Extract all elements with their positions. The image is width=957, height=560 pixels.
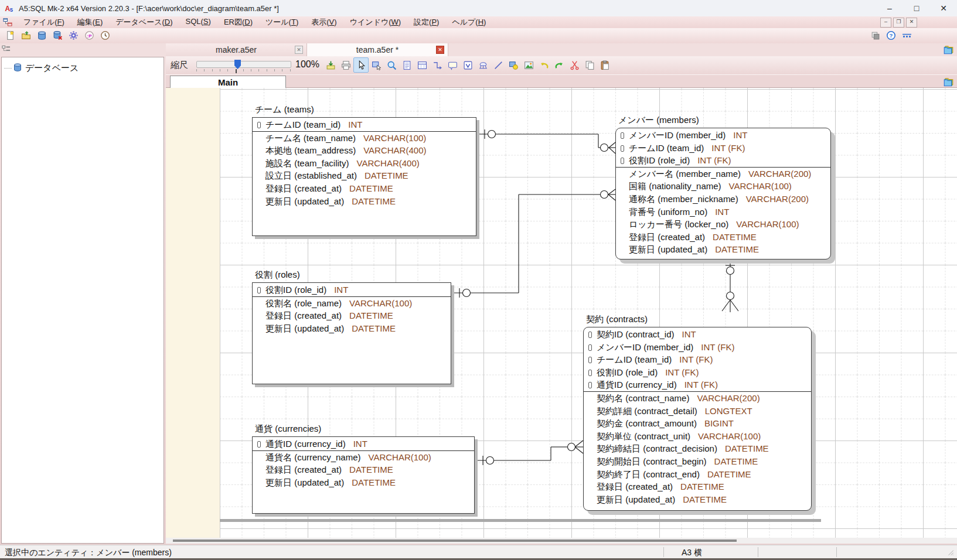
shape-icon[interactable]	[506, 57, 521, 73]
menu-item-10[interactable]: ヘルプ(H)	[445, 17, 492, 28]
field-row[interactable]: 背番号 (uniform_no)INT	[616, 206, 830, 218]
more-icon[interactable]	[900, 29, 914, 42]
field-row[interactable]: 登録日 (created_at)DATETIME	[253, 182, 476, 195]
mdi-minimize-button[interactable]: –	[880, 18, 891, 28]
folder-stack-icon[interactable]	[943, 77, 953, 87]
hub-icon[interactable]	[475, 57, 491, 73]
field-row[interactable]: 契約名 (contract_name)VARCHAR(200)	[584, 392, 811, 405]
field-row[interactable]: メンバー名 (member_name)VARCHAR(200)	[616, 168, 830, 180]
print-icon[interactable]	[338, 57, 353, 73]
entity-contracts[interactable]: 契約 (contracts)契約ID (contract_id)INTメンバーI…	[583, 327, 812, 511]
document-tab-1[interactable]: maker.a5er✕	[166, 43, 307, 56]
pk-field-row[interactable]: チームID (team_id)INT (FK)	[584, 353, 811, 366]
redo-icon[interactable]	[551, 57, 567, 73]
note-icon[interactable]	[445, 57, 460, 73]
close-button[interactable]: ✕	[930, 0, 957, 16]
field-row[interactable]: 更新日 (updated_at)DATETIME	[253, 195, 476, 208]
settings-icon[interactable]	[66, 29, 81, 42]
entity-roles[interactable]: 役割 (roles)役割ID (role_id)INT役割名 (role_nam…	[252, 282, 451, 384]
field-row[interactable]: 登録日 (created_at)DATETIME	[253, 309, 451, 322]
document-tab-2[interactable]: team.a5er *✕	[307, 43, 448, 56]
field-row[interactable]: 契約単位 (contract_unit)VARCHAR(100)	[584, 430, 811, 443]
minimize-button[interactable]: –	[876, 0, 903, 16]
field-row[interactable]: 更新日 (updated_at)DATETIME	[253, 322, 451, 335]
menu-item-1[interactable]: ファイル(F)	[17, 17, 71, 28]
menu-item-9[interactable]: 設定(P)	[407, 17, 445, 28]
paste-icon[interactable]	[597, 57, 612, 73]
open-folder-icon[interactable]	[19, 29, 33, 42]
pk-field-row[interactable]: 役割ID (role_id)INT (FK)	[584, 366, 811, 379]
pk-field-row[interactable]: 役割ID (role_id)INT (FK)	[616, 154, 830, 167]
undo-icon[interactable]	[536, 57, 551, 73]
menu-item-8[interactable]: ウインドウ(W)	[343, 17, 407, 28]
image-icon[interactable]	[521, 57, 536, 73]
menu-item-3[interactable]: データベース(D)	[109, 17, 179, 28]
field-row[interactable]: 更新日 (updated_at)DATETIME	[616, 243, 830, 256]
zoom-slider[interactable]	[196, 61, 291, 68]
menu-item-7[interactable]: 表示(V)	[305, 17, 343, 28]
relation-icon[interactable]	[430, 57, 445, 73]
field-row[interactable]: 通貨名 (currency_name)VARCHAR(100)	[253, 451, 474, 464]
line-icon[interactable]	[491, 57, 506, 73]
field-row[interactable]: 契約金 (contract_amount)BIGINT	[584, 417, 811, 430]
mdi-close-button[interactable]: ✕	[906, 18, 917, 28]
help-icon[interactable]: ?	[884, 29, 898, 42]
menu-item-6[interactable]: ツール(T)	[259, 17, 305, 28]
field-row[interactable]: 役割名 (role_name)VARCHAR(100)	[253, 297, 451, 310]
menu-item-5[interactable]: ER図(D)	[217, 17, 259, 28]
field-row[interactable]: 登録日 (created_at)DATETIME	[616, 231, 830, 244]
tree-toggle-icon[interactable]	[2, 45, 11, 54]
copy-icon[interactable]	[582, 57, 597, 73]
pk-field-row[interactable]: メンバーID (member_id)INT	[616, 129, 830, 142]
tree-item-database[interactable]: データベース	[4, 63, 164, 74]
pk-field-row[interactable]: 通貨ID (currency_id)INT (FK)	[584, 378, 811, 391]
window-cascade-icon[interactable]	[868, 29, 883, 42]
new-file-icon[interactable]	[3, 29, 18, 42]
pk-field-row[interactable]: チームID (team_id)INT (FK)	[616, 142, 830, 155]
field-row[interactable]: 契約終了日 (contract_end)DATETIME	[584, 468, 811, 481]
field-row[interactable]: 本拠地 (team_address)VARCHAR(400)	[253, 144, 476, 157]
canvas-horizontal-scrollbar[interactable]	[166, 538, 957, 544]
field-row[interactable]: 通称名 (member_nickname)VARCHAR(200)	[616, 193, 830, 206]
entity-currencies[interactable]: 通貨 (currencies)通貨ID (currency_id)INT通貨名 …	[252, 436, 475, 514]
tab-close-icon[interactable]: ✕	[436, 46, 444, 54]
entity-members[interactable]: メンバー (members)メンバーID (member_id)INTチームID…	[615, 128, 831, 259]
field-row[interactable]: 契約開始日 (contract_begin)DATETIME	[584, 455, 811, 468]
er-diagram-canvas[interactable]: チーム (teams)チームID (team_id)INTチーム名 (team_…	[166, 88, 957, 538]
pk-field-row[interactable]: 契約ID (contract_id)INT	[584, 328, 811, 341]
field-row[interactable]: 国籍 (nationality_name)VARCHAR(100)	[616, 180, 830, 193]
field-row[interactable]: 契約締結日 (contract_decision)DATETIME	[584, 442, 811, 455]
zoom-slider-thumb[interactable]	[234, 60, 241, 69]
field-row[interactable]: 施設名 (team_facility)VARCHAR(400)	[253, 157, 476, 170]
export-image-icon[interactable]	[323, 57, 338, 73]
pk-field-row[interactable]: 役割ID (role_id)INT	[253, 284, 451, 296]
cut-icon[interactable]	[567, 57, 582, 73]
field-row[interactable]: 更新日 (updated_at)DATETIME	[584, 493, 811, 506]
entity-teams[interactable]: チーム (teams)チームID (team_id)INTチーム名 (team_…	[252, 117, 476, 236]
field-row[interactable]: ロッカー番号 (locker_no)VARCHAR(100)	[616, 218, 830, 231]
page-tab-main[interactable]: Main	[170, 76, 286, 88]
maximize-button[interactable]: □	[903, 0, 930, 16]
zoom-icon[interactable]	[384, 57, 399, 73]
field-row[interactable]: チーム名 (team_name)VARCHAR(100)	[253, 132, 476, 145]
field-row[interactable]: 設立日 (established_at)DATETIME	[253, 169, 476, 182]
field-row[interactable]: 登録日 (created_at)DATETIME	[253, 463, 474, 476]
menu-item-4[interactable]: SQL(S)	[179, 17, 217, 28]
memo-icon[interactable]	[399, 57, 414, 73]
field-row[interactable]: 契約詳細 (contract_detail)LONGTEXT	[584, 405, 811, 418]
field-row[interactable]: 登録日 (created_at)DATETIME	[584, 480, 811, 493]
menu-item-2[interactable]: 編集(E)	[71, 17, 109, 28]
procedure-icon[interactable]: :P	[82, 29, 97, 42]
scrollbar-thumb[interactable]	[173, 539, 737, 542]
pk-field-row[interactable]: 通貨ID (currency_id)INT	[253, 438, 474, 450]
history-icon[interactable]	[98, 29, 113, 42]
entity-icon[interactable]	[414, 57, 430, 73]
field-row[interactable]: 更新日 (updated_at)DATETIME	[253, 476, 474, 489]
database-icon[interactable]	[35, 29, 49, 42]
tab-close-icon[interactable]: ✕	[295, 46, 303, 54]
pk-field-row[interactable]: メンバーID (member_id)INT (FK)	[584, 341, 811, 354]
resize-grip-icon[interactable]	[948, 549, 955, 557]
pointer-icon[interactable]	[353, 57, 369, 73]
pk-field-row[interactable]: チームID (team_id)INT	[253, 118, 476, 131]
rect-select-icon[interactable]	[369, 57, 384, 73]
